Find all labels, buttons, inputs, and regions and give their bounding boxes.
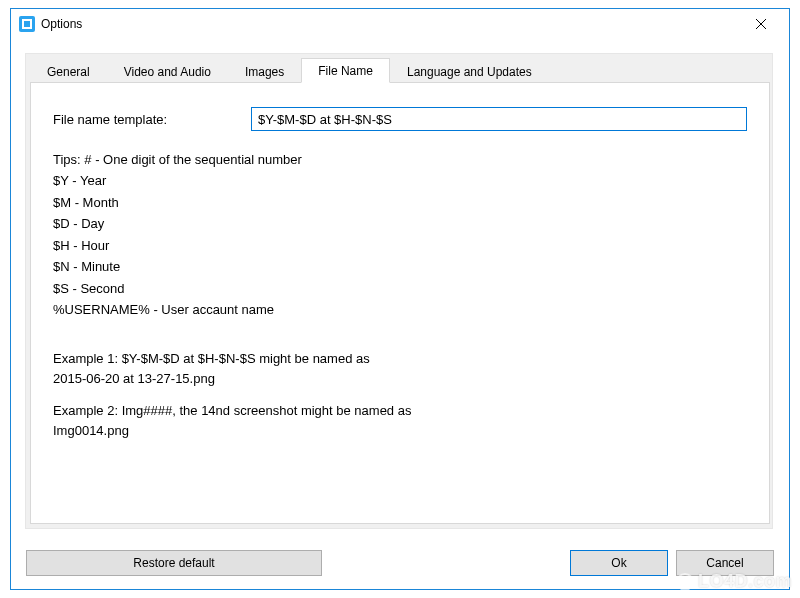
tab-file-name[interactable]: File Name	[301, 58, 390, 83]
titlebar: Options	[11, 9, 789, 39]
example-1: Example 1: $Y-$M-$D at $H-$N-$S might be…	[53, 349, 747, 389]
file-name-template-input[interactable]	[251, 107, 747, 131]
tip-line: $S - Second	[53, 278, 747, 299]
example-line: Example 1: $Y-$M-$D at $H-$N-$S might be…	[53, 349, 747, 369]
watermark: LO4D.com	[676, 571, 792, 592]
close-button[interactable]	[741, 10, 781, 38]
tip-line: $H - Hour	[53, 235, 747, 256]
app-icon	[19, 16, 35, 32]
restore-default-button[interactable]: Restore default	[26, 550, 322, 576]
tip-line: $Y - Year	[53, 170, 747, 191]
example-2: Example 2: Img####, the 14nd screenshot …	[53, 401, 747, 441]
tab-body: File name template: Tips: # - One digit …	[30, 82, 770, 524]
example-line: Example 2: Img####, the 14nd screenshot …	[53, 401, 747, 421]
template-label: File name template:	[53, 112, 251, 127]
tab-strip: General Video and Audio Images File Name…	[26, 54, 772, 82]
options-window: Options General Video and Audio Images F…	[10, 8, 790, 590]
ok-button[interactable]: Ok	[570, 550, 668, 576]
tab-video-audio[interactable]: Video and Audio	[107, 59, 228, 83]
svg-point-5	[677, 574, 693, 590]
window-title: Options	[41, 17, 82, 31]
tab-language-updates[interactable]: Language and Updates	[390, 59, 549, 83]
svg-rect-2	[24, 21, 30, 27]
footer: Restore default Ok Cancel	[26, 550, 774, 576]
example-line: Img0014.png	[53, 421, 747, 441]
tips-block: Tips: # - One digit of the sequential nu…	[53, 149, 747, 321]
tip-line: $N - Minute	[53, 256, 747, 277]
tab-images[interactable]: Images	[228, 59, 301, 83]
tip-line: %USERNAME% - User accaunt name	[53, 299, 747, 320]
tip-line: $D - Day	[53, 213, 747, 234]
example-line: 2015-06-20 at 13-27-15.png	[53, 369, 747, 389]
examples-block: Example 1: $Y-$M-$D at $H-$N-$S might be…	[53, 349, 747, 442]
tab-general[interactable]: General	[30, 59, 107, 83]
tip-line: $M - Month	[53, 192, 747, 213]
options-panel: General Video and Audio Images File Name…	[25, 53, 773, 529]
tip-line: Tips: # - One digit of the sequential nu…	[53, 149, 747, 170]
watermark-text: LO4D.com	[698, 571, 792, 592]
